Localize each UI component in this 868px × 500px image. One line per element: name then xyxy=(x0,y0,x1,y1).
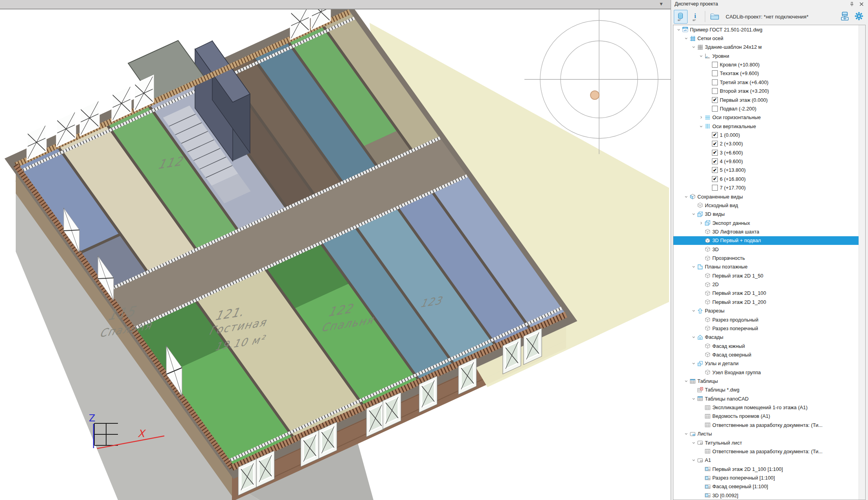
chevron-expanded-icon[interactable] xyxy=(683,431,689,437)
tree-row[interactable]: ✔4 (+9.600) xyxy=(673,157,859,165)
tree-row[interactable]: Ведомость проемов (А1) xyxy=(673,412,859,421)
view-cube-icon xyxy=(704,325,711,331)
chevron-spacer xyxy=(698,255,704,261)
tab-overflow-dropdown-icon[interactable]: ▼ xyxy=(659,1,664,7)
tree-row[interactable]: Второй этаж (+3.200) xyxy=(673,87,859,96)
visibility-checkbox[interactable] xyxy=(712,70,718,76)
tree-row[interactable]: Первый этаж 2D 1_100 xyxy=(673,289,859,298)
tree-row[interactable]: А1 xyxy=(673,456,859,465)
tree-row[interactable]: Разрез продольный xyxy=(673,315,859,324)
tree-row[interactable]: ✔6 (+16.800) xyxy=(673,175,859,183)
tree-row[interactable]: 2D xyxy=(673,280,859,289)
tree-row[interactable]: Оси вертикальные xyxy=(673,122,859,131)
chevron-expanded-icon[interactable] xyxy=(683,378,689,384)
tree-row[interactable]: Первый этаж 2D 1_200 xyxy=(673,298,859,306)
chevron-expanded-icon[interactable] xyxy=(691,264,697,270)
chevron-expanded-icon[interactable] xyxy=(691,334,697,340)
tree-row[interactable]: Экспликация помещений 1-го этажа (А1) xyxy=(673,403,859,412)
chevron-collapsed-icon[interactable] xyxy=(698,114,704,121)
tree-row[interactable]: Таблицы *.dwg xyxy=(673,386,859,394)
visibility-checkbox[interactable] xyxy=(712,62,718,68)
settings-gear-icon[interactable] xyxy=(853,10,865,22)
3d-model-canvas[interactable]: 112115Спальня121.Гостиная19.10 м²122Спал… xyxy=(0,0,671,500)
model-viewport[interactable]: 112115Спальня121.Гостиная19.10 м²122Спал… xyxy=(0,0,671,500)
tree-row[interactable]: Листы xyxy=(673,430,859,438)
tree-row[interactable]: Ответственные за разработку документа: (… xyxy=(673,447,859,456)
tree-row[interactable]: 3D Лифтовая шахта xyxy=(673,227,859,236)
visibility-checkbox[interactable] xyxy=(712,106,718,112)
visibility-checkbox[interactable]: ✔ xyxy=(712,132,718,138)
tree-row[interactable]: Оси горизонтальные xyxy=(673,113,859,122)
visibility-checkbox[interactable] xyxy=(712,88,718,94)
tree-row[interactable]: ✔Первый этаж (0.000) xyxy=(673,96,859,104)
chevron-expanded-icon[interactable] xyxy=(691,211,697,217)
tree-row[interactable]: Фасад северный xyxy=(673,350,859,359)
chevron-expanded-icon[interactable] xyxy=(683,35,689,42)
tree-row[interactable]: DWGПример ГОСТ 21.501-2011.dwg xyxy=(673,25,859,34)
tree-row[interactable]: Разрез поперечный [1:100] xyxy=(673,473,859,482)
visibility-checkbox[interactable]: ✔ xyxy=(712,150,718,156)
tree-row[interactable]: Разрезы xyxy=(673,307,859,315)
tree-row[interactable]: 3D xyxy=(673,245,859,254)
tree-row[interactable]: 3D виды xyxy=(673,210,859,219)
tree-row[interactable]: Таблицы xyxy=(673,377,859,385)
close-icon[interactable] xyxy=(858,1,865,7)
chevron-expanded-icon[interactable] xyxy=(698,123,704,129)
tree-scrollbar[interactable] xyxy=(859,25,865,500)
chevron-expanded-icon[interactable] xyxy=(683,193,689,200)
tree-row[interactable]: Разрез поперечный xyxy=(673,324,859,333)
chevron-expanded-icon[interactable] xyxy=(691,308,697,314)
tree-row[interactable]: Прозрачность xyxy=(673,254,859,262)
tree-row[interactable]: Здание-шаблон 24x12 м xyxy=(673,43,859,51)
visibility-checkbox[interactable]: ✔ xyxy=(712,97,718,103)
visibility-checkbox[interactable] xyxy=(712,79,718,85)
chevron-expanded-icon[interactable] xyxy=(691,439,697,446)
open-project-button[interactable] xyxy=(708,10,721,24)
visibility-checkbox[interactable] xyxy=(712,185,718,191)
tree-row[interactable]: Подвал (-2.200) xyxy=(673,104,859,113)
tree-row-selected[interactable]: 3D Первый + подвал xyxy=(673,236,859,245)
tree-row[interactable]: Фасады xyxy=(673,333,859,342)
database-connection-icon[interactable] xyxy=(839,10,851,22)
tree-row[interactable]: Техэтаж (+9.600) xyxy=(673,69,859,78)
pin-icon[interactable] xyxy=(848,1,855,7)
chevron-expanded-icon[interactable] xyxy=(691,360,697,367)
tree-row[interactable]: ✔5 (+13.800) xyxy=(673,166,859,175)
tree-row[interactable]: Третий этаж (+6.400) xyxy=(673,78,859,86)
chevron-expanded-icon[interactable] xyxy=(691,395,697,402)
tree-row[interactable]: Фасад южный xyxy=(673,342,859,350)
tree-row[interactable]: Сохраненные виды xyxy=(673,192,859,201)
visibility-checkbox[interactable]: ✔ xyxy=(712,141,718,147)
info-mode-button[interactable]: i xyxy=(689,10,702,24)
chevron-expanded-icon[interactable] xyxy=(691,44,697,50)
visibility-checkbox[interactable]: ✔ xyxy=(712,158,718,164)
tree-row[interactable]: Таблицы nanoCAD xyxy=(673,394,859,403)
tree-row[interactable]: Первый этаж 2D 1_100 [1:100] xyxy=(673,465,859,473)
tree-row[interactable]: Исходный вид xyxy=(673,201,859,210)
chevron-expanded-icon[interactable] xyxy=(676,26,682,33)
drawing-tab-bar[interactable]: ▼ xyxy=(0,0,671,9)
tree-row[interactable]: Фасад северный [1:100] xyxy=(673,482,859,491)
tree-row[interactable]: Первый этаж 2D 1_50 xyxy=(673,271,859,280)
chevron-expanded-icon[interactable] xyxy=(691,457,697,463)
chevron-expanded-icon[interactable] xyxy=(698,53,704,59)
tree-row[interactable]: Уровни xyxy=(673,51,859,60)
visibility-checkbox[interactable]: ✔ xyxy=(712,167,718,173)
chevron-collapsed-icon[interactable] xyxy=(698,220,704,226)
tree-row[interactable]: Планы поэтажные xyxy=(673,263,859,271)
tree-row[interactable]: ✔2 (+3.000) xyxy=(673,140,859,148)
tree-row[interactable]: 3D [0.0092] xyxy=(673,491,859,500)
tree-row[interactable]: Узлы и детали xyxy=(673,359,859,368)
tree-row[interactable]: Кровля (+10.800) xyxy=(673,60,859,69)
visibility-checkbox[interactable]: ✔ xyxy=(712,176,718,182)
tree-row[interactable]: Сетки осей xyxy=(673,34,859,42)
tree-row[interactable]: ✔3 (+6.600) xyxy=(673,148,859,157)
tree-row[interactable]: Узел Входная группа xyxy=(673,368,859,377)
tree-row[interactable]: 7 (+17.700) xyxy=(673,183,859,192)
tree-row[interactable]: Ответственные за разработку документа: (… xyxy=(673,421,859,429)
tree-row[interactable]: ✔1 (0.000) xyxy=(673,131,859,139)
model-mode-button[interactable] xyxy=(674,10,688,24)
project-tree-container: DWGПример ГОСТ 21.501-2011.dwgСетки осей… xyxy=(673,25,866,500)
tree-row[interactable]: Титульный лист xyxy=(673,438,859,447)
tree-row[interactable]: Экспорт данных xyxy=(673,219,859,227)
